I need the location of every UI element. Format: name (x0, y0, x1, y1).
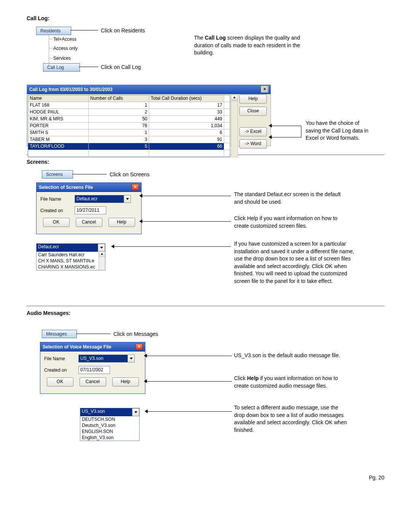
window-titlebar: Call Log from 03/01/2003 to 30/01/2003 × (27, 85, 271, 94)
table-row[interactable]: SMITH S16 (28, 129, 230, 136)
audio-para3: To select a different audio message, use… (234, 404, 348, 434)
tab-screens[interactable]: Screens (42, 170, 73, 179)
callout-click-calllog: Click on Call Log (101, 64, 141, 70)
dialog-titlebar: Selection of Voice Message File × (40, 342, 145, 351)
table-header: Name Number of Calls Total Call Duration… (28, 95, 230, 102)
close-icon[interactable]: × (261, 86, 268, 93)
chevron-down-icon[interactable] (98, 244, 105, 252)
file-name-label: File Name (44, 356, 78, 361)
audio-dropdown[interactable]: US_V3.son DEUTSCH.SON Deutsch_V3.son ENG… (80, 408, 140, 441)
menu-access-only[interactable]: Access only (53, 46, 78, 51)
screens-dropdown[interactable]: Defaut.ecr Carr Saunders Hall.ecr CH X M… (36, 243, 105, 270)
call-log-heading: Call Log: (27, 15, 384, 21)
chevron-down-icon[interactable] (127, 355, 135, 363)
file-name-label: File Name (40, 197, 75, 202)
ok-button[interactable]: OK (47, 377, 73, 387)
callout-click-residents: Click on Residents (101, 27, 145, 34)
created-on-field: 10/27/2011 (75, 206, 106, 214)
screens-para2: Click Help if you want information on ho… (234, 215, 344, 230)
dialog-title: Selection of Screens File (39, 185, 93, 190)
table-row[interactable]: HODGE PAUL233 (28, 109, 230, 116)
file-name-field[interactable]: US_V3.son (78, 355, 128, 363)
calllog-intro: The Call Log screen displays the quality… (194, 34, 316, 57)
export-excel-button[interactable]: -> Excel (239, 127, 267, 136)
created-on-label: Created on (44, 367, 78, 373)
page-number: Pg. 20 (27, 474, 384, 481)
file-name-field[interactable]: Defaut.ecr (75, 195, 124, 203)
screens-para3: If you have customized a screen for a pa… (234, 240, 363, 285)
audio-para1: US_V3.son is the default audio message f… (234, 352, 344, 359)
export-word-button[interactable]: -> Word (239, 139, 267, 149)
scrollbar[interactable]: ▲ (231, 95, 238, 157)
callout-click-messages: Click on Messages (113, 331, 158, 337)
window-title: Call Log from 03/01/2003 to 30/01/2003 (29, 87, 113, 92)
close-button[interactable]: Close (239, 107, 267, 116)
dialog-title: Selection of Voice Message File (43, 344, 112, 350)
cancel-button[interactable]: Cancel (80, 377, 106, 387)
help-button[interactable]: Help (239, 94, 267, 104)
table-row[interactable]: TABER M391 (28, 136, 230, 143)
tab-messages[interactable]: Messages (42, 330, 77, 338)
dropdown-selected[interactable]: US_V3.son (80, 408, 132, 416)
created-on-field: 07/11/2002 (78, 366, 110, 374)
screens-heading: Screens: (27, 159, 384, 165)
audio-para2: Click Help if you want information on ho… (234, 375, 344, 390)
close-icon[interactable]: × (135, 343, 143, 350)
table-row[interactable]: KIM, MR & MRS50449 (28, 116, 230, 123)
help-button[interactable]: Help (112, 377, 139, 387)
help-button[interactable]: Help (108, 218, 135, 227)
dropdown-item[interactable]: CH X MANS, ST MARTIN.e (37, 258, 99, 264)
dropdown-item[interactable]: ENGLISH.SON (80, 428, 139, 435)
cancel-button[interactable]: Cancel (76, 218, 102, 227)
created-on-label: Created on (40, 208, 75, 213)
dropdown-item[interactable]: DEUTSCH.SON (80, 416, 139, 422)
dropdown-item[interactable]: English_V3.son (80, 435, 139, 441)
scrollbar[interactable]: ▲ (99, 252, 105, 270)
table-row[interactable]: TAYLOR/FLOOD566 (28, 143, 230, 150)
chevron-down-icon[interactable] (124, 195, 131, 203)
close-icon[interactable]: × (132, 184, 139, 190)
chevron-down-icon[interactable] (132, 408, 139, 416)
dialog-titlebar: Selection of Screens File × (37, 183, 141, 192)
table-row[interactable]: FLAT 168117 (28, 102, 230, 109)
menu-services[interactable]: Services (53, 56, 71, 61)
audio-heading: Audio Messages: (27, 310, 384, 316)
table-row[interactable]: PORTER781,034 (28, 123, 230, 129)
dropdown-item[interactable]: Deutsch_V3.son (80, 422, 139, 428)
ok-button[interactable]: OK (43, 218, 70, 227)
dropdown-selected[interactable]: Defaut.ecr (37, 244, 98, 252)
table-row (28, 150, 230, 157)
menu-tel-access[interactable]: Tel+Access (53, 37, 76, 42)
callout-click-screens: Click on Screens (110, 171, 150, 177)
dropdown-item[interactable]: CHARING X MANSIONS.ec (37, 264, 99, 270)
tab-residents[interactable]: Residents (36, 27, 71, 35)
calllog-export-note: You have the choice of saving the Call L… (306, 120, 374, 142)
screens-para1: The standard Defaut.ecr screen is the de… (234, 191, 344, 206)
dropdown-item[interactable]: Carr Saunders Hall.ecr (37, 252, 99, 258)
